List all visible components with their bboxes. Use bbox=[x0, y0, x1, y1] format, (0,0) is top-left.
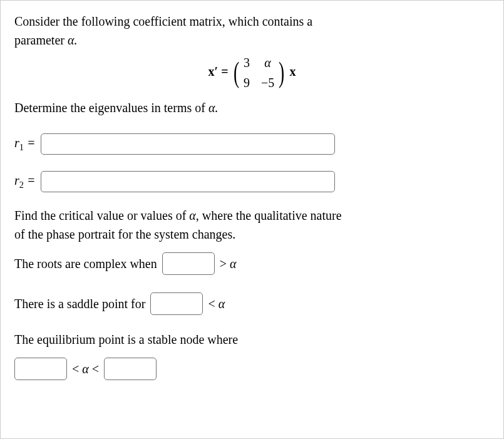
intro-text: Consider the following coefficient matri… bbox=[14, 12, 490, 49]
r2-eq: = bbox=[24, 173, 36, 187]
stable-upper-input[interactable] bbox=[104, 358, 157, 380]
stable-node-text: The equilibrium point is a stable node w… bbox=[14, 330, 490, 349]
left-paren: ( bbox=[234, 58, 239, 87]
critical-text: Find the critical value or values of α, … bbox=[14, 206, 490, 244]
matrix-a21: 9 bbox=[244, 73, 250, 92]
lt-alpha: < α bbox=[208, 294, 225, 313]
eq-lhs: x′ = bbox=[208, 65, 229, 78]
intro-line1: Consider the following coefficient matri… bbox=[14, 14, 312, 28]
saddle-row: There is a saddle point for < α bbox=[14, 292, 490, 315]
matrix-a22: −5 bbox=[261, 73, 274, 92]
determine-text: Determine the eigenvalues in terms of α. bbox=[14, 98, 490, 117]
matrix-a11: 3 bbox=[244, 53, 250, 72]
gt-alpha: > α bbox=[220, 254, 237, 273]
determine-part: Determine the eigenvalues in terms of bbox=[14, 101, 208, 115]
r1-input[interactable] bbox=[41, 133, 335, 155]
matrix: 3 α 9 −5 bbox=[241, 53, 277, 92]
r2-input[interactable] bbox=[41, 171, 335, 192]
problem-container: Consider the following coefficient matri… bbox=[0, 0, 504, 439]
r1-eq: = bbox=[24, 136, 36, 150]
eq-rhs: x bbox=[289, 65, 296, 78]
right-paren: ) bbox=[279, 58, 284, 87]
r1-row: r1 = bbox=[14, 133, 490, 155]
critical-alpha: α bbox=[189, 209, 196, 222]
r2-label: r2 = bbox=[14, 171, 36, 192]
equation-line: x′ = ( 3 α 9 −5 ) x bbox=[14, 53, 490, 92]
r2-sub: 2 bbox=[19, 180, 24, 190]
r1-label: r1 = bbox=[14, 133, 36, 155]
stable-lower-input[interactable] bbox=[14, 358, 67, 380]
gt-alpha-sym: α bbox=[230, 257, 237, 271]
saddle-text: There is a saddle point for bbox=[14, 294, 145, 313]
critical-line1a: Find the critical value or values of bbox=[14, 209, 189, 222]
matrix-wrap: ( 3 α 9 −5 ) bbox=[232, 53, 287, 92]
critical-line2: of the phase portrait for the system cha… bbox=[14, 227, 235, 241]
r2-row: r2 = bbox=[14, 171, 490, 192]
intro-line2: parameter bbox=[14, 33, 68, 47]
r1-sub: 1 bbox=[19, 142, 24, 152]
r1-prefix: r bbox=[14, 136, 19, 150]
intro-alpha: α. bbox=[68, 33, 78, 47]
complex-text: The roots are complex when bbox=[14, 254, 157, 273]
complex-row: The roots are complex when > α bbox=[14, 252, 490, 275]
determine-alpha: α. bbox=[208, 101, 219, 115]
r2-prefix: r bbox=[14, 173, 19, 187]
stable-node-row: < α < bbox=[14, 358, 490, 380]
range-alpha-sym: α bbox=[82, 362, 89, 376]
saddle-input[interactable] bbox=[150, 292, 203, 315]
lt-alpha-sym: α bbox=[219, 297, 225, 311]
critical-line1b: , where the qualitative nature bbox=[196, 209, 342, 222]
matrix-a12: α bbox=[261, 53, 274, 72]
lt-alpha-lt: < α < bbox=[72, 359, 99, 378]
complex-input[interactable] bbox=[162, 252, 215, 275]
